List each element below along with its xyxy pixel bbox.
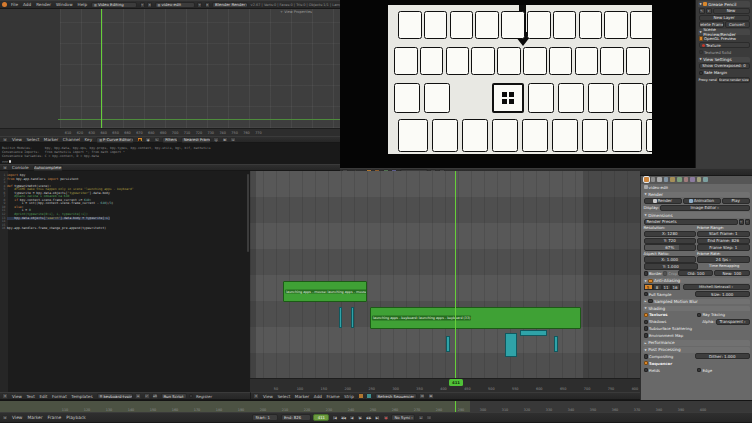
copy-keyframes-icon[interactable]: ⧉ xyxy=(222,137,228,143)
keying-set-remove-icon[interactable]: − xyxy=(426,415,432,421)
graph-menu-channel[interactable]: Channel xyxy=(61,137,81,142)
start-frame-field[interactable]: Start: 1 xyxy=(252,414,278,421)
sequencer-checkbox[interactable] xyxy=(644,361,648,365)
display-dropdown[interactable]: Image Editor▾ xyxy=(660,205,750,211)
resolution-x-field[interactable]: X: 1280 xyxy=(644,231,697,237)
seq-menu-add[interactable]: Add xyxy=(312,394,323,399)
border-checkbox[interactable] xyxy=(644,271,648,275)
run-script-button[interactable]: Run Script xyxy=(161,393,187,399)
graph-mode-selector[interactable]: ▦F-Curve Editor▾ xyxy=(96,137,134,143)
aa-sample-11-button[interactable]: 11 xyxy=(662,284,671,290)
scene-strip[interactable]: launching apps - mouse: launching apps -… xyxy=(283,281,367,302)
timeline-menu-view[interactable]: View xyxy=(11,415,24,420)
editor-type-icon[interactable]: ▾ xyxy=(2,415,8,421)
add-screen-button[interactable]: + xyxy=(140,2,145,8)
delete-scene-button[interactable]: ✕ xyxy=(205,2,210,8)
performance-panel-header[interactable]: ►Performance xyxy=(643,340,750,346)
frame-rate-dropdown[interactable]: 24 fps▾ xyxy=(697,256,750,262)
code-area[interactable]: 1import bpy2from bpy.app.handlers import… xyxy=(0,174,248,231)
dither-field[interactable]: Dither: 1.000 xyxy=(695,353,750,359)
main-menu-help[interactable]: Help xyxy=(76,2,89,7)
text-menu-format[interactable]: Format xyxy=(51,394,69,399)
show-overexposed-slider[interactable]: Show Overexposed: 0 xyxy=(699,63,750,69)
refresh-sequencer-button[interactable]: Refresh Sequencer xyxy=(375,393,417,399)
effect-strip[interactable] xyxy=(554,336,558,352)
render-engine-selector[interactable]: Blender Render▾ xyxy=(212,2,248,8)
tab-material[interactable] xyxy=(690,177,695,182)
edge-checkbox[interactable] xyxy=(697,368,701,372)
aa-size-field[interactable]: Size: 1.000 xyxy=(695,291,750,297)
effect-strip[interactable] xyxy=(520,330,547,336)
graph-menu-view[interactable]: View xyxy=(11,137,24,142)
autosnap-selector[interactable]: Nearest Frame▾ xyxy=(181,137,211,143)
aa-sample-5-button[interactable]: 5 xyxy=(644,284,653,290)
alpha-dropdown[interactable]: Transparent▾ xyxy=(716,319,750,325)
aa-sample-8-button[interactable]: 8 xyxy=(653,284,662,290)
add-preset-button[interactable]: + xyxy=(739,219,744,225)
view-settings-panel-header[interactable]: ▼View Settings xyxy=(698,57,750,63)
console-prompt[interactable]: >>> xyxy=(2,160,11,164)
graph-menu-marker[interactable]: Marker xyxy=(42,137,59,142)
filters-button[interactable]: Filters xyxy=(162,137,178,143)
view-properties-tab[interactable]: + View Properties xyxy=(280,10,312,14)
current-frame-field[interactable]: 411 xyxy=(313,414,329,421)
editor-type-icon[interactable]: ▾ xyxy=(2,393,8,399)
snap-icon[interactable]: ⊡ xyxy=(419,393,425,399)
text-menu-text[interactable]: Text xyxy=(25,394,36,399)
current-frame-badge[interactable]: 411 xyxy=(449,379,463,386)
effect-strip[interactable] xyxy=(351,307,354,328)
timeline-menu-marker[interactable]: Marker xyxy=(26,415,44,420)
line-numbers-toggle-icon[interactable]: ≡ xyxy=(135,393,141,399)
environment-map-checkbox[interactable] xyxy=(644,333,648,337)
shading-mode-dropdown[interactable]: Texture xyxy=(699,42,750,48)
syntax-highlight-toggle-icon[interactable]: ab xyxy=(152,393,158,399)
jump-to-start-button[interactable]: |◀ xyxy=(332,415,338,421)
sync-dropdown[interactable]: No Sync▾ xyxy=(391,414,415,421)
play-reverse-button[interactable]: ◀ xyxy=(349,415,355,421)
add-scene-button[interactable]: + xyxy=(197,2,202,8)
main-menu-add[interactable]: Add xyxy=(22,2,33,7)
shading-panel-header[interactable]: ▼Shading xyxy=(643,306,750,312)
text-scrollbar[interactable] xyxy=(247,174,249,252)
shadows-checkbox[interactable] xyxy=(644,320,648,324)
resolution-percent-slider[interactable]: 67% xyxy=(644,244,697,250)
tab-scene[interactable] xyxy=(657,177,662,182)
opengl-preview-checkbox[interactable] xyxy=(699,36,703,40)
code-line[interactable]: 16bpy.app.handlers.frame_change_pre.appe… xyxy=(0,227,248,231)
effect-strip[interactable] xyxy=(505,333,517,357)
tab-object[interactable] xyxy=(670,177,675,182)
only-selected-filter-icon[interactable]: ● xyxy=(137,137,143,143)
frame-step-field[interactable]: Frame Step: 1 xyxy=(697,244,750,250)
aa-sample-16-button[interactable]: 16 xyxy=(671,284,680,290)
prev-keyframe-button[interactable]: ◀◀ xyxy=(340,415,346,421)
effect-strip[interactable] xyxy=(446,336,450,352)
sampled-motion-blur-panel-header[interactable]: ►Sampled Motion Blur xyxy=(643,299,750,305)
play-button[interactable]: ▶ xyxy=(357,415,363,421)
compositing-checkbox[interactable] xyxy=(644,354,648,358)
resolution-y-field[interactable]: Y: 720 xyxy=(644,238,697,244)
next-keyframe-button[interactable]: ▶▶ xyxy=(366,415,372,421)
screen-layout-selector[interactable]: ▦Video Editing xyxy=(91,2,137,8)
timeline[interactable]: 1101201301401501601701801902002102202302… xyxy=(0,400,752,412)
gp-new-layer-button[interactable]: New Layer xyxy=(699,15,750,21)
crop-checkbox[interactable] xyxy=(663,271,667,275)
jump-to-end-button[interactable]: ▶| xyxy=(374,415,380,421)
seq-menu-frame[interactable]: Frame xyxy=(325,394,341,399)
remap-new-field[interactable]: New: 100 xyxy=(714,270,749,276)
anti-aliasing-panel-header[interactable]: ▼Anti-Aliasing xyxy=(643,278,750,284)
seq-menu-strip[interactable]: Strip xyxy=(343,394,356,399)
delete-screen-button[interactable]: ✕ xyxy=(147,2,152,8)
aa-filter-dropdown[interactable]: Mitchell-Netravali▾ xyxy=(683,284,750,290)
render-panel-header[interactable]: ▼Render xyxy=(643,192,750,198)
sound-strip-icon[interactable] xyxy=(366,393,372,399)
ghost-curves-icon[interactable]: ∿ xyxy=(154,137,160,143)
dimensions-panel-header[interactable]: ▼Dimensions xyxy=(643,212,750,218)
aspect-y-field[interactable]: Y: 1.000 xyxy=(644,263,699,269)
animation-button[interactable]: Animation xyxy=(683,198,721,204)
editor-type-icon[interactable]: ▾ xyxy=(2,165,8,171)
play-button[interactable]: Play xyxy=(722,198,750,204)
end-frame-field[interactable]: End: 826 xyxy=(281,414,311,421)
sequencer-timeline[interactable]: launching apps - mouse: launching apps -… xyxy=(250,171,640,392)
textures-checkbox[interactable] xyxy=(644,313,648,317)
scene-preview-panel-header[interactable]: ▼Scene Preview/Render xyxy=(698,29,750,35)
